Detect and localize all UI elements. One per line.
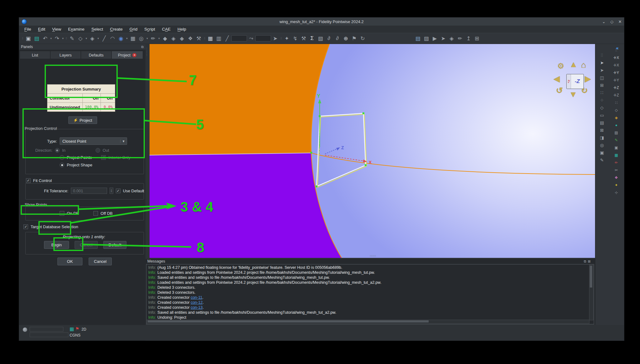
undo-icon[interactable]: ↶ bbox=[41, 34, 49, 42]
dock-icon[interactable]: ✛Y bbox=[612, 76, 620, 84]
hammer-icon[interactable]: ⚒ bbox=[194, 34, 203, 42]
menu-item[interactable]: File bbox=[21, 27, 35, 32]
exam-icon[interactable]: ▧ bbox=[316, 34, 325, 42]
toolbar-icon[interactable]: ⁞⁞ bbox=[279, 34, 283, 42]
connector-link[interactable]: con-12 bbox=[191, 300, 203, 305]
dock-icon[interactable]: ✛X bbox=[612, 61, 620, 69]
toolbar-icon[interactable] bbox=[231, 35, 247, 42]
diamond2-icon[interactable]: ◈ bbox=[169, 34, 178, 42]
partial-circle-icon[interactable]: ∂ bbox=[325, 34, 333, 42]
tab-close-icon[interactable]: ✕ bbox=[132, 53, 136, 57]
dock-icon[interactable]: ➤ bbox=[598, 66, 606, 74]
h-scrollbar[interactable] bbox=[147, 320, 589, 324]
dock-icon[interactable]: ⊞ bbox=[598, 81, 606, 89]
cube-icon[interactable]: ◇ bbox=[76, 34, 85, 42]
menu-item[interactable]: CAE bbox=[159, 27, 174, 32]
menu-item[interactable]: Create bbox=[106, 27, 126, 32]
viewport-3d[interactable]: Y Z X ⚙ ▲ ⌂ ◀ ▶ ↺ ↻ ▼ +X -Z ∷∷∷ bbox=[150, 44, 595, 258]
dock-icon[interactable]: ✦ bbox=[612, 181, 620, 189]
menu-item[interactable]: Examine bbox=[65, 27, 88, 32]
diamond4-icon[interactable]: ❖ bbox=[186, 34, 194, 42]
wand-icon[interactable]: ✦ bbox=[283, 34, 291, 42]
menu-item[interactable]: Grid bbox=[126, 27, 141, 32]
mass-icon[interactable]: ◈ bbox=[88, 34, 96, 42]
toolbar-icon[interactable]: ▾ bbox=[157, 34, 161, 42]
save-icon[interactable]: ▣ bbox=[24, 34, 32, 42]
spline-icon[interactable]: ⤳ bbox=[247, 34, 255, 42]
tab-project[interactable]: Project ✕ bbox=[111, 51, 143, 59]
segment-icon[interactable]: ╱ bbox=[100, 34, 108, 42]
view-roll-left-icon[interactable]: ↺ bbox=[556, 86, 563, 95]
toolbar-icon[interactable]: ▾ bbox=[85, 34, 88, 42]
menu-item[interactable]: View bbox=[49, 27, 65, 32]
box-icon[interactable]: ▨ bbox=[422, 34, 431, 42]
dock-icon[interactable]: ✎ bbox=[598, 156, 606, 164]
dock-icon[interactable]: ❖ bbox=[612, 174, 620, 181]
toolbar-icon[interactable]: ▾ bbox=[61, 34, 65, 42]
use-default-checkbox[interactable]: ✓ bbox=[116, 189, 121, 193]
dock-icon[interactable]: ▤ bbox=[612, 129, 620, 136]
annotate-icon[interactable]: ✏ bbox=[456, 34, 464, 42]
connector-link[interactable]: con-11 bbox=[191, 295, 202, 300]
view-right-icon[interactable]: ▶ bbox=[585, 75, 591, 83]
orientation-cube[interactable]: +X -Z bbox=[566, 74, 584, 89]
dock-icon[interactable]: ▣ bbox=[598, 149, 606, 156]
toolbar-icon[interactable]: ▾ bbox=[49, 34, 53, 42]
project-shape-radio[interactable] bbox=[60, 163, 64, 167]
target-db-checkbox[interactable]: ✓ bbox=[23, 224, 28, 229]
dock-icon[interactable]: ✛X bbox=[612, 54, 620, 61]
view-left-icon[interactable]: ◀ bbox=[554, 75, 560, 83]
export-icon[interactable]: ▤ bbox=[32, 34, 41, 42]
rotate-icon[interactable]: ↻ bbox=[358, 34, 367, 42]
view-home-icon[interactable]: ⌂ bbox=[581, 61, 586, 69]
plane-icon[interactable]: ➤ bbox=[439, 34, 447, 42]
dock-icon[interactable]: ◇ bbox=[612, 106, 620, 114]
dock-icon[interactable]: ∷ bbox=[612, 99, 620, 106]
panel-cancel-button[interactable]: Cancel bbox=[89, 258, 112, 265]
partial-octagon-icon[interactable]: ∂ bbox=[333, 34, 342, 42]
dock-icon[interactable]: ✏ bbox=[612, 159, 620, 166]
path-icon[interactable]: ↯ bbox=[291, 34, 299, 42]
toolbar-icon[interactable]: ▾ bbox=[96, 34, 100, 42]
dock-icon[interactable]: ● bbox=[612, 121, 620, 129]
window-restore-button[interactable]: ◇ bbox=[608, 19, 616, 24]
dock-icon[interactable]: ▭ bbox=[598, 111, 606, 119]
default-button[interactable]: Default bbox=[103, 241, 126, 249]
dock-icon[interactable]: ➤ bbox=[598, 59, 606, 66]
tools-icon[interactable]: ⚒ bbox=[299, 34, 308, 42]
tab-layers[interactable]: Layers bbox=[50, 51, 81, 59]
toolbar-icon[interactable]: ▾ bbox=[145, 34, 149, 42]
fit-tolerance-input[interactable]: 0.001 bbox=[71, 188, 107, 194]
cells2-icon[interactable]: ▥ bbox=[214, 34, 223, 42]
menu-item[interactable]: Select bbox=[88, 27, 107, 32]
probe-icon[interactable]: ◎ bbox=[137, 34, 145, 42]
dock-icon[interactable]: ⁘ bbox=[598, 96, 606, 104]
sum-icon[interactable]: Σ bbox=[308, 34, 316, 42]
vector-icon[interactable]: ➤ bbox=[271, 34, 279, 42]
export2-icon[interactable]: ↥ bbox=[464, 34, 473, 42]
solid-icon[interactable]: ◈ bbox=[447, 34, 456, 42]
toolbar-icon[interactable]: ⁞⁞ bbox=[65, 34, 68, 42]
run-icon[interactable]: ▶ bbox=[431, 34, 439, 42]
window-close-button[interactable]: ✕ bbox=[616, 19, 624, 24]
messages-log[interactable]: Info:(Aug 15 4:27 pm) Obtained floating … bbox=[146, 264, 594, 324]
tab-defaults[interactable]: Defaults bbox=[81, 51, 111, 59]
dock-icon[interactable]: ◇ bbox=[598, 104, 606, 111]
viewport-bottom-grip[interactable]: ∷∷∷ bbox=[370, 254, 376, 258]
display-icon[interactable]: ▤ bbox=[414, 34, 422, 42]
view-gear-icon[interactable]: ⚙ bbox=[557, 62, 564, 70]
flag-cursor-icon[interactable]: ⚑ bbox=[350, 34, 358, 42]
v-scrollbar[interactable] bbox=[589, 265, 593, 320]
dock-icon[interactable]: ⊠ bbox=[598, 126, 606, 134]
view-up-icon[interactable]: ▲ bbox=[569, 60, 578, 68]
toolbar-icon[interactable]: ⁞⁞ bbox=[21, 34, 24, 42]
draw-icon[interactable]: ✏ bbox=[149, 34, 157, 42]
dock-icon[interactable]: ✂ bbox=[612, 166, 620, 174]
dock-icon[interactable]: ◈ bbox=[612, 114, 620, 121]
spinner-control[interactable]: ▲▼ bbox=[110, 188, 113, 194]
dock-icon[interactable]: ▣ bbox=[612, 144, 620, 151]
connector-link[interactable]: con-13 bbox=[191, 305, 203, 310]
dock-icon[interactable]: ⁞⁞ bbox=[598, 52, 606, 59]
dock-icon[interactable]: ◫ bbox=[598, 74, 606, 81]
menu-item[interactable]: Edit bbox=[35, 27, 49, 32]
